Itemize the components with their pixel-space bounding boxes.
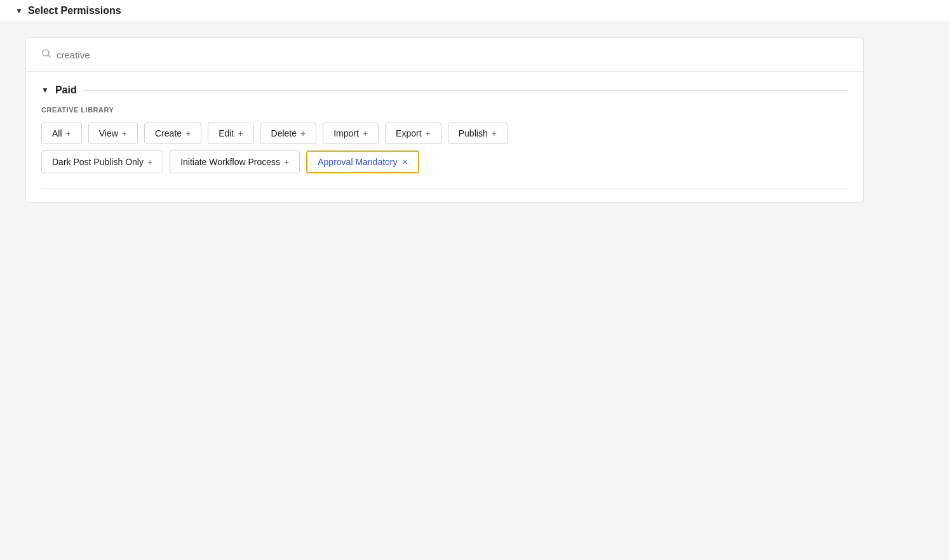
search-input-wrapper <box>41 48 848 61</box>
permission-btn-edit[interactable]: Edit + <box>208 123 253 144</box>
permissions-row-2: Dark Post Publish Only + Initiate Workfl… <box>41 150 848 173</box>
permission-btn-import[interactable]: Import + <box>323 123 379 144</box>
permission-btn-publish-label: Publish <box>459 128 488 138</box>
select-permissions-title: Select Permissions <box>28 5 121 17</box>
plus-icon-export: + <box>426 128 431 138</box>
permission-btn-all[interactable]: All + <box>41 123 82 144</box>
permission-btn-create[interactable]: Create + <box>144 123 201 144</box>
plus-icon-delete: + <box>300 128 306 138</box>
permission-btn-view-label: View <box>99 128 118 138</box>
permissions-row-1: All + View + Create + Edit + <box>41 123 848 144</box>
permission-btn-create-label: Create <box>155 128 182 138</box>
permission-btn-publish[interactable]: Publish + <box>448 123 508 144</box>
permission-btn-approval-mandatory-label: Approval Mandatory <box>318 157 397 167</box>
close-icon-approval-mandatory[interactable]: × <box>403 157 408 166</box>
permission-btn-initiate-workflow-label: Initiate Workflow Process <box>180 157 280 167</box>
permission-btn-all-label: All <box>52 128 62 138</box>
permission-btn-approval-mandatory[interactable]: Approval Mandatory × <box>306 150 419 173</box>
plus-icon-create: + <box>185 128 191 138</box>
permissions-card: ▼ Paid CREATIVE LIBRARY All + View + <box>25 37 864 203</box>
svg-line-1 <box>48 55 51 58</box>
plus-icon-import: + <box>363 128 368 138</box>
page-container: ▼ Select Permissions <box>0 0 949 560</box>
permission-btn-edit-label: Edit <box>219 128 234 138</box>
paid-divider <box>83 90 848 91</box>
plus-icon-dark-post: + <box>147 157 152 167</box>
paid-section: ▼ Paid CREATIVE LIBRARY All + View + <box>26 72 863 202</box>
search-input[interactable] <box>57 50 184 60</box>
bottom-divider <box>41 189 848 189</box>
select-permissions-header: ▼ Select Permissions <box>0 0 949 22</box>
search-icon <box>41 48 51 61</box>
chevron-down-icon: ▼ <box>15 7 23 15</box>
permission-btn-delete[interactable]: Delete + <box>260 123 317 144</box>
permission-btn-dark-post[interactable]: Dark Post Publish Only + <box>41 150 163 173</box>
plus-icon-edit: + <box>238 128 243 138</box>
main-content: ▼ Paid CREATIVE LIBRARY All + View + <box>0 22 949 218</box>
permission-btn-initiate-workflow[interactable]: Initiate Workflow Process + <box>170 150 300 173</box>
creative-library-label: CREATIVE LIBRARY <box>41 106 848 114</box>
permission-btn-view[interactable]: View + <box>88 123 138 144</box>
plus-icon-view: + <box>122 128 127 138</box>
permission-btn-export-label: Export <box>396 128 421 138</box>
search-section <box>26 38 863 72</box>
paid-title: Paid <box>55 84 77 96</box>
permission-btn-dark-post-label: Dark Post Publish Only <box>52 157 144 167</box>
paid-section-chevron: ▼ <box>41 86 49 95</box>
plus-icon-all: + <box>66 128 71 138</box>
permission-btn-import-label: Import <box>333 128 359 138</box>
permission-btn-delete-label: Delete <box>271 128 297 138</box>
permission-btn-export[interactable]: Export + <box>385 123 441 144</box>
plus-icon-publish: + <box>492 128 497 138</box>
paid-header: ▼ Paid <box>41 84 848 96</box>
plus-icon-initiate-workflow: + <box>284 157 289 167</box>
